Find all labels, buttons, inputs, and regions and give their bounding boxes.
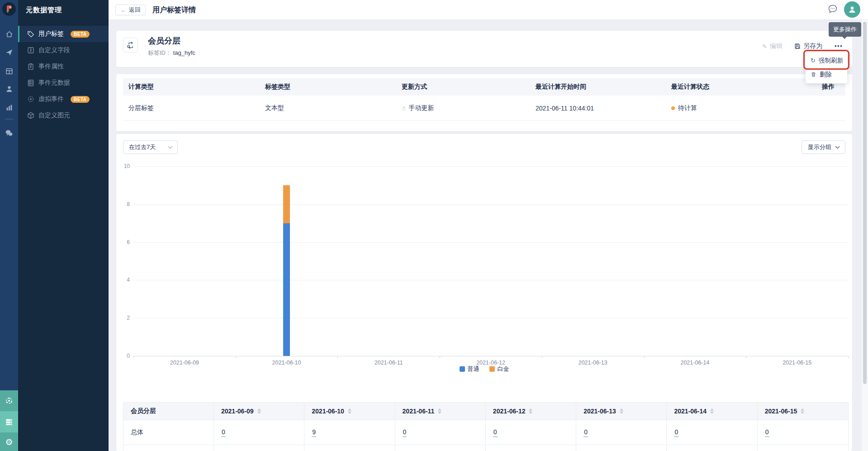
feedback-chat-icon[interactable] <box>827 3 839 15</box>
list-icon <box>27 79 34 86</box>
show-groups-button[interactable]: 显示分组 <box>802 140 845 154</box>
tag-id-line: 标签ID： tag_hyfc <box>148 49 195 57</box>
value-link-6[interactable]: 0 <box>765 428 769 437</box>
x-axis-tick-mark <box>542 356 542 358</box>
sidebar-item-user-tags[interactable]: 用户标签 BETA <box>18 26 109 42</box>
col-member-tier: 会员分层 <box>123 403 214 420</box>
value-link-5[interactable]: 0 <box>674 428 678 437</box>
sort-icon[interactable] <box>801 408 804 414</box>
avatar[interactable] <box>844 1 860 18</box>
back-label: 返回 <box>129 6 141 14</box>
group-table: 会员分层 2021-06-09 2021-06-10 2021-06-11 20… <box>123 402 849 451</box>
sidebar-item-event-metadata[interactable]: 事件元数据 <box>18 75 109 91</box>
gridline <box>133 242 848 243</box>
sidebar-nav: 用户标签 BETA 自定义字段 事件属性 <box>18 26 109 124</box>
menu-item-force-refresh[interactable]: ↻ 强制刷新 <box>806 53 847 67</box>
bar-chart-icon[interactable] <box>0 104 18 111</box>
row-label: 总体 <box>123 420 214 445</box>
save-as-button[interactable]: 另存为 <box>794 42 822 50</box>
value-link-3[interactable]: 0 <box>493 428 498 437</box>
more-actions-menu: ↻ 强制刷新 删除 <box>806 52 847 83</box>
group-table-card: 会员分层 2021-06-09 2021-06-10 2021-06-11 20… <box>116 393 852 451</box>
col-date-2[interactable]: 2021-06-11 <box>395 403 486 420</box>
user-icon[interactable] <box>0 85 18 93</box>
beta-badge: BETA <box>71 31 90 38</box>
page-title: 用户标签详情 <box>152 0 196 19</box>
app-logo[interactable] <box>2 2 16 16</box>
logo-icon <box>5 5 14 14</box>
legend-item-白金[interactable]: 白金 <box>489 365 509 373</box>
group-table-row-total: 总体 0 9 0 0 0 0 0 <box>123 420 848 445</box>
sidebar-item-virtual-events[interactable]: 虚拟事件 BETA <box>18 91 109 107</box>
detail-title: 会员分层 <box>148 35 180 46</box>
scrollbar-thumb[interactable] <box>863 22 867 384</box>
sort-icon[interactable] <box>529 408 532 414</box>
sidebar-item-custom-primitives[interactable]: 自定义图元 <box>18 107 109 124</box>
sidebar-item-label: 事件属性 <box>38 62 64 71</box>
top-bar: ← 返回 用户标签详情 <box>109 0 868 20</box>
value-link-1[interactable]: 9 <box>312 428 316 437</box>
edit-button[interactable]: ✎ 编辑 <box>762 42 783 50</box>
sidebar-item-label: 用户标签 <box>38 30 64 38</box>
col-date-6[interactable]: 2021-06-15 <box>758 403 848 420</box>
gridline <box>133 280 848 280</box>
date-range-value: 在过去7天 <box>129 143 156 151</box>
status-pending-dot <box>671 106 675 110</box>
col-date-0[interactable]: 2021-06-09 <box>214 403 304 420</box>
metadata-list-button[interactable] <box>0 411 18 432</box>
back-button[interactable]: ← 返回 <box>115 5 146 15</box>
col-last-calc-start: 最近计算开始时间 <box>530 83 666 91</box>
y-axis-tick: 6 <box>117 239 130 245</box>
x-axis-tick-mark <box>133 356 134 358</box>
legend-item-普通[interactable]: 普通 <box>460 365 479 373</box>
manual-hand-icon: ☝ <box>402 105 406 112</box>
value-link-0[interactable]: 0 <box>221 428 226 437</box>
value-link-4[interactable]: 0 <box>583 428 588 437</box>
sidebar-item-event-properties[interactable]: 事件属性 <box>18 58 109 75</box>
update-mode-value: ☝ 手动更新 <box>396 104 530 112</box>
dashboard-icon[interactable] <box>0 67 18 75</box>
col-operations: 操作 <box>802 83 845 91</box>
tag-swap-icon <box>127 41 135 49</box>
wechat-icon[interactable] <box>0 129 18 137</box>
clipboard-icon <box>27 63 34 70</box>
send-icon[interactable] <box>0 48 18 56</box>
y-axis-tick: 2 <box>117 315 130 321</box>
app-root: ⚙ 元数据管理 用户标签 BETA 自定义字段 <box>0 0 868 451</box>
beta-badge: BETA <box>71 96 90 103</box>
sort-icon[interactable] <box>438 408 441 414</box>
sort-icon[interactable] <box>257 408 261 414</box>
sort-icon[interactable] <box>710 408 714 414</box>
bar-普通 <box>283 223 290 356</box>
sort-icon[interactable] <box>620 408 623 414</box>
home-icon[interactable] <box>0 30 18 38</box>
col-date-3[interactable]: 2021-06-12 <box>486 403 576 420</box>
tag-id-value: tag_hyfc <box>173 49 195 56</box>
tag-type-iconbox <box>123 38 138 53</box>
scrollbar-track <box>862 20 868 451</box>
tag-icon <box>27 30 34 38</box>
more-actions-button[interactable]: ⋯ <box>834 43 842 49</box>
x-axis-tick-mark <box>236 356 236 358</box>
gear-icon: ⚙ <box>5 437 13 447</box>
value-link-2[interactable]: 0 <box>403 428 407 437</box>
sidebar-item-label: 虚拟事件 <box>38 95 64 103</box>
menu-item-delete[interactable]: 删除 <box>806 67 847 82</box>
x-axis-tick-mark <box>644 356 645 358</box>
chart-legend: 普通白金 <box>116 365 852 373</box>
sort-icon[interactable] <box>348 408 351 414</box>
edit-icon: ✎ <box>762 43 767 50</box>
date-range-select[interactable]: 在过去7天 <box>123 140 178 154</box>
col-date-5[interactable]: 2021-06-14 <box>667 403 757 420</box>
tag-id-label: 标签ID： <box>148 49 171 56</box>
cube-icon <box>27 112 34 119</box>
trash-icon <box>811 72 816 77</box>
y-axis-tick: 8 <box>117 201 130 207</box>
sidebar-item-custom-fields[interactable]: 自定义字段 <box>18 42 109 58</box>
settings-gear-button[interactable]: ⚙ <box>0 432 18 451</box>
col-calc-type: 计算类型 <box>123 83 260 91</box>
ops-share-button[interactable] <box>0 390 18 411</box>
x-axis-tick-mark <box>746 356 746 358</box>
col-date-1[interactable]: 2021-06-10 <box>304 403 395 420</box>
col-date-4[interactable]: 2021-06-13 <box>576 403 667 420</box>
